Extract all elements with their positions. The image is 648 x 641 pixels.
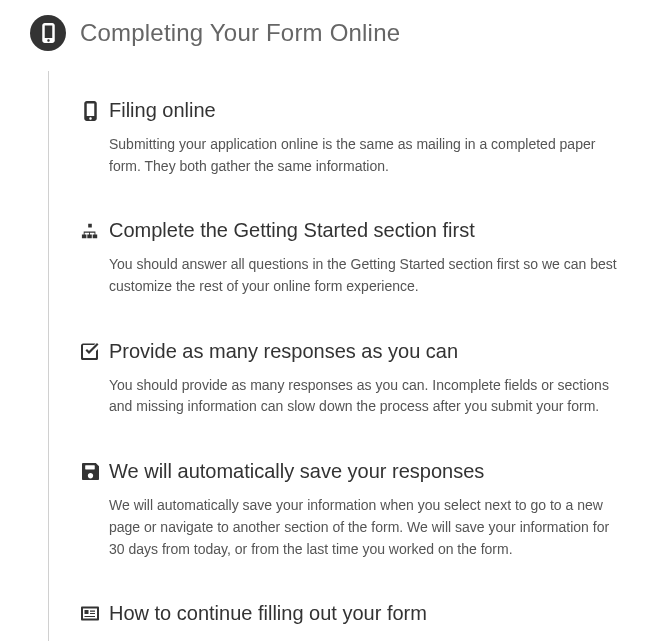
save-icon bbox=[79, 463, 101, 480]
section-header: We will automatically save your response… bbox=[79, 460, 618, 483]
section-provide-responses: Provide as many responses as you can You… bbox=[79, 340, 618, 460]
section-body: Submitting your application online is th… bbox=[109, 134, 618, 177]
mobile-icon-badge bbox=[30, 15, 66, 51]
section-continue-form: How to continue filling out your form Af… bbox=[79, 602, 618, 641]
page-title: Completing Your Form Online bbox=[80, 19, 400, 47]
section-body: You should provide as many responses as … bbox=[109, 375, 618, 418]
section-body: You should answer all questions in the G… bbox=[109, 254, 618, 297]
section-body: After you start your form, you can sign … bbox=[109, 637, 618, 641]
section-getting-started: Complete the Getting Started section fir… bbox=[79, 219, 618, 339]
section-header: How to continue filling out your form bbox=[79, 602, 618, 625]
section-header: Filing online bbox=[79, 99, 618, 122]
content-timeline: Filing online Submitting your applicatio… bbox=[48, 71, 628, 641]
section-autosave: We will automatically save your response… bbox=[79, 460, 618, 602]
section-title: We will automatically save your response… bbox=[109, 460, 484, 483]
section-header: Complete the Getting Started section fir… bbox=[79, 219, 618, 242]
page-header: Completing Your Form Online bbox=[30, 15, 628, 51]
section-title: How to continue filling out your form bbox=[109, 602, 427, 625]
mobile-outline-icon bbox=[79, 101, 101, 121]
form-icon bbox=[79, 606, 101, 621]
section-header: Provide as many responses as you can bbox=[79, 340, 618, 363]
sitemap-icon bbox=[79, 223, 101, 239]
section-body: We will automatically save your informat… bbox=[109, 495, 618, 560]
section-title: Filing online bbox=[109, 99, 216, 122]
section-title: Provide as many responses as you can bbox=[109, 340, 458, 363]
section-filing-online: Filing online Submitting your applicatio… bbox=[79, 71, 618, 219]
mobile-icon bbox=[42, 23, 55, 43]
section-title: Complete the Getting Started section fir… bbox=[109, 219, 475, 242]
checkbox-icon bbox=[79, 343, 101, 360]
